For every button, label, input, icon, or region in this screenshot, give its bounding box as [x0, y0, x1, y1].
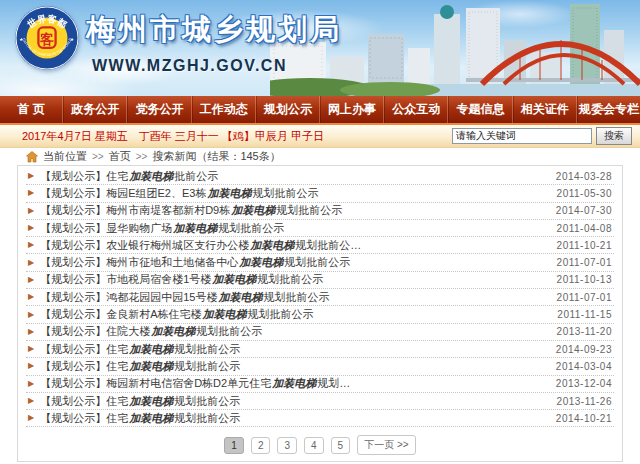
- news-list-item[interactable]: ▶ 【规划公示】梅园新村电信宿舍D栋D2单元住宅加装电梯规划… 2013-12-…: [26, 376, 614, 393]
- bullet-arrow-icon: ▶: [28, 172, 34, 180]
- bullet-arrow-icon: ▶: [28, 241, 34, 249]
- news-list-item[interactable]: ▶ 【规划公示】显华购物广场加装电梯规划批前公示 2011-04-08: [26, 220, 614, 237]
- news-title[interactable]: 【规划公示】金良新村A栋住宅楼加装电梯规划批前公示: [40, 307, 557, 322]
- breadcrumb-home-link[interactable]: 首页: [109, 149, 131, 164]
- news-title[interactable]: 【规划公示】住院大楼加装电梯规划批前公示: [40, 324, 556, 339]
- news-date: 2014-10-21: [556, 413, 612, 424]
- news-list-item[interactable]: ▶ 【规划公示】住院大楼加装电梯规划批前公示 2013-11-20: [26, 324, 614, 341]
- nav-item-1[interactable]: 首 页: [0, 96, 63, 123]
- news-title[interactable]: 【规划公示】梅园新村电信宿舍D栋D2单元住宅加装电梯规划…: [40, 376, 556, 391]
- bullet-arrow-icon: ▶: [28, 293, 34, 301]
- news-title[interactable]: 【规划公示】住宅加装电梯规划批前公示: [40, 411, 556, 426]
- lunar-date-text: 2017年4月7日 星期五 丁酉年 三月十一 【鸡】甲辰月 甲子日: [8, 129, 452, 144]
- site-url: WWW.MZGHJ.GOV.CN: [92, 57, 342, 75]
- breadcrumb-current: 搜索新闻（结果：145条）: [152, 149, 280, 164]
- nav-item-6[interactable]: 网上办事: [320, 96, 384, 123]
- main-nav: 首 页政务公开党务公开工作动态规划公示网上办事公众互动专题信息相关证件规委会专栏: [0, 96, 640, 125]
- news-list-item[interactable]: ▶ 【规划公示】农业银行梅州城区支行办公楼加装电梯规划批前公… 2011-10-…: [26, 237, 614, 254]
- news-list-item[interactable]: ▶ 【规划公示】住宅加装电梯规划批前公示 2014-03-04: [26, 358, 614, 375]
- news-list-item[interactable]: ▶ 【规划公示】鸿都花园园中园15号楼加装电梯规划批前公示 2011-07-01: [26, 289, 614, 306]
- news-title[interactable]: 【规划公示】住宅加装电梯规划批前公示: [40, 342, 556, 357]
- news-date: 2013-11-26: [557, 396, 612, 407]
- next-page-button[interactable]: 下一页 >>: [357, 435, 415, 455]
- nav-item-9[interactable]: 相关证件: [513, 96, 577, 123]
- news-list-item[interactable]: ▶ 【规划公示】金良新村A栋住宅楼加装电梯规划批前公示 2011-11-15: [26, 306, 614, 323]
- news-date: 2014-03-04: [556, 361, 612, 372]
- news-title[interactable]: 【规划公示】梅园E组团E2、E3栋加装电梯规划批前公示: [40, 186, 556, 201]
- news-title[interactable]: 【规划公示】梅州市南堤客都新村D9栋加装电梯规划批前公示: [40, 203, 556, 218]
- news-date: 2014-07-30: [556, 205, 612, 216]
- nav-item-7[interactable]: 公众互动: [384, 96, 448, 123]
- news-list-item[interactable]: ▶ 【规划公示】住宅加装电梯规划批前公示 2014-10-21: [26, 410, 614, 427]
- news-date: 2011-04-08: [557, 223, 612, 234]
- bullet-arrow-icon: ▶: [28, 362, 34, 370]
- logo-seal-character: 客: [39, 31, 54, 47]
- news-list: ▶ 【规划公示】住宅加装电梯批前公示 2014-03-28 ▶ 【规划公示】梅园…: [26, 168, 614, 427]
- news-list-item[interactable]: ▶ 【规划公示】梅州市征地和土地储备中心加装电梯规划批前公示 2011-07-0…: [26, 254, 614, 271]
- bullet-arrow-icon: ▶: [28, 328, 34, 336]
- news-list-item[interactable]: ▶ 【规划公示】市地税局宿舍楼1号楼加装电梯规划批前公示 2011-10-13: [26, 272, 614, 289]
- site-logo: 世界客都 CAPITAL OF HAKKAS IN THE WORLD ★ ★ …: [14, 5, 80, 71]
- page-button-1[interactable]: 1: [224, 437, 244, 454]
- page-button-3[interactable]: 3: [277, 437, 297, 454]
- search-input[interactable]: [452, 128, 592, 144]
- site-title: 梅州市城乡规划局: [86, 10, 342, 50]
- news-list-item[interactable]: ▶ 【规划公示】住宅加装电梯规划批前公示 2014-09-23: [26, 341, 614, 358]
- page-button-4[interactable]: 4: [304, 437, 324, 454]
- news-date: 2011-10-21: [557, 240, 612, 251]
- news-date: 2011-05-30: [557, 188, 612, 199]
- bullet-arrow-icon: ▶: [28, 414, 34, 422]
- search-button[interactable]: 搜索: [596, 127, 632, 145]
- nav-item-3[interactable]: 党务公开: [127, 96, 191, 123]
- news-title[interactable]: 【规划公示】农业银行梅州城区支行办公楼加装电梯规划批前公…: [40, 238, 556, 253]
- bullet-arrow-icon: ▶: [28, 259, 34, 267]
- site-brand: 梅州市城乡规划局 WWW.MZGHJ.GOV.CN: [86, 10, 342, 75]
- bullet-arrow-icon: ▶: [28, 311, 34, 319]
- news-title[interactable]: 【规划公示】住宅加装电梯规划批前公示: [40, 394, 556, 409]
- nav-item-10[interactable]: 规委会专栏: [577, 96, 640, 123]
- page-button-5[interactable]: 5: [331, 437, 351, 454]
- news-title[interactable]: 【规划公示】显华购物广场加装电梯规划批前公示: [40, 221, 556, 236]
- bullet-arrow-icon: ▶: [28, 397, 34, 405]
- news-list-item[interactable]: ▶ 【规划公示】梅州市南堤客都新村D9栋加装电梯规划批前公示 2014-07-3…: [26, 203, 614, 220]
- breadcrumb-separator: >>: [92, 151, 104, 162]
- news-date: 2014-09-23: [556, 344, 612, 355]
- breadcrumb: 当前位置 >> 首页 >> 搜索新闻（结果：145条）: [0, 148, 640, 165]
- news-title[interactable]: 【规划公示】住宅加装电梯规划批前公示: [40, 359, 556, 374]
- bullet-arrow-icon: ▶: [28, 189, 34, 197]
- bullet-arrow-icon: ▶: [28, 224, 34, 232]
- date-bar: 2017年4月7日 星期五 丁酉年 三月十一 【鸡】甲辰月 甲子日 搜索: [0, 125, 640, 148]
- site-header: 世界客都 CAPITAL OF HAKKAS IN THE WORLD ★ ★ …: [0, 0, 640, 96]
- news-list-container: ▶ 【规划公示】住宅加装电梯批前公示 2014-03-28 ▶ 【规划公示】梅园…: [17, 165, 623, 462]
- nav-item-2[interactable]: 政务公开: [63, 96, 127, 123]
- breadcrumb-label: 当前位置: [43, 149, 87, 164]
- news-date: 2011-11-15: [557, 309, 612, 320]
- page-button-2[interactable]: 2: [251, 437, 271, 454]
- nav-item-4[interactable]: 工作动态: [192, 96, 256, 123]
- news-date: 2013-12-04: [556, 378, 612, 389]
- news-list-item[interactable]: ▶ 【规划公示】住宅加装电梯批前公示 2014-03-28: [26, 168, 614, 185]
- news-date: 2013-11-20: [557, 326, 612, 337]
- news-date: 2011-10-13: [557, 274, 612, 285]
- news-title[interactable]: 【规划公示】住宅加装电梯批前公示: [40, 169, 556, 184]
- bullet-arrow-icon: ▶: [28, 380, 34, 388]
- news-date: 2011-07-01: [557, 257, 612, 268]
- home-icon: [26, 151, 38, 163]
- news-date: 2014-03-28: [556, 171, 612, 182]
- breadcrumb-separator: >>: [136, 151, 148, 162]
- news-title[interactable]: 【规划公示】市地税局宿舍楼1号楼加装电梯规划批前公示: [40, 272, 556, 287]
- news-list-item[interactable]: ▶ 【规划公示】住宅加装电梯规划批前公示 2013-11-26: [26, 393, 614, 410]
- nav-item-5[interactable]: 规划公示: [256, 96, 320, 123]
- logo-star-icon: ★: [19, 37, 23, 42]
- bullet-arrow-icon: ▶: [28, 345, 34, 353]
- news-list-item[interactable]: ▶ 【规划公示】梅园E组团E2、E3栋加装电梯规划批前公示 2011-05-30: [26, 185, 614, 202]
- bullet-arrow-icon: ▶: [28, 276, 34, 284]
- news-date: 2011-07-01: [557, 292, 612, 303]
- news-title[interactable]: 【规划公示】鸿都花园园中园15号楼加装电梯规划批前公示: [40, 290, 556, 305]
- search-box: 搜索: [452, 127, 632, 145]
- nav-item-8[interactable]: 专题信息: [448, 96, 512, 123]
- news-title[interactable]: 【规划公示】梅州市征地和土地储备中心加装电梯规划批前公示: [40, 255, 556, 270]
- bullet-arrow-icon: ▶: [28, 207, 34, 215]
- pagination: 12345下一页 >>: [26, 427, 614, 455]
- logo-star-icon: ★: [70, 37, 74, 42]
